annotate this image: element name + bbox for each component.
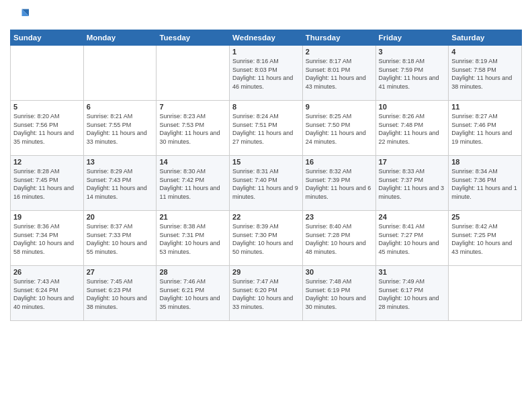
calendar-cell: 30Sunrise: 7:48 AM Sunset: 6:19 PM Dayli… [302,266,375,321]
day-info: Sunrise: 8:30 AM Sunset: 7:42 PM Dayligh… [159,167,226,201]
calendar-cell: 23Sunrise: 8:40 AM Sunset: 7:28 PM Dayli… [302,211,375,266]
day-number: 28 [159,268,226,276]
header [10,7,522,26]
day-info: Sunrise: 8:32 AM Sunset: 7:39 PM Dayligh… [306,167,373,201]
day-info: Sunrise: 7:45 AM Sunset: 6:23 PM Dayligh… [87,277,154,311]
page: SundayMondayTuesdayWednesdayThursdayFrid… [0,0,532,411]
calendar-cell [83,46,157,101]
header-day-tuesday: Tuesday [157,30,230,46]
day-number: 13 [87,158,154,166]
header-day-sunday: Sunday [11,30,84,46]
calendar-cell: 10Sunrise: 8:26 AM Sunset: 7:48 PM Dayli… [375,101,449,156]
week-row-3: 12Sunrise: 8:28 AM Sunset: 7:45 PM Dayli… [11,156,522,211]
day-info: Sunrise: 8:23 AM Sunset: 7:53 PM Dayligh… [159,112,226,146]
calendar-cell: 15Sunrise: 8:31 AM Sunset: 7:40 PM Dayli… [230,156,303,211]
day-number: 29 [232,268,300,276]
calendar-cell [11,46,84,101]
week-row-5: 26Sunrise: 7:43 AM Sunset: 6:24 PM Dayli… [11,266,522,321]
calendar-cell: 6Sunrise: 8:21 AM Sunset: 7:55 PM Daylig… [83,101,157,156]
day-info: Sunrise: 7:43 AM Sunset: 6:24 PM Dayligh… [13,277,81,311]
week-row-1: 1Sunrise: 8:16 AM Sunset: 8:03 PM Daylig… [11,46,522,101]
day-number: 24 [379,213,446,221]
day-number: 10 [379,103,446,111]
day-info: Sunrise: 8:26 AM Sunset: 7:48 PM Dayligh… [379,112,446,146]
day-number: 21 [159,213,226,221]
calendar-cell: 11Sunrise: 8:27 AM Sunset: 7:46 PM Dayli… [449,101,522,156]
day-info: Sunrise: 8:36 AM Sunset: 7:34 PM Dayligh… [13,222,81,256]
day-number: 18 [451,158,519,166]
day-number: 30 [306,268,373,276]
day-number: 14 [159,158,226,166]
day-number: 25 [451,213,519,221]
calendar-cell: 17Sunrise: 8:33 AM Sunset: 7:37 PM Dayli… [375,156,449,211]
calendar-cell: 2Sunrise: 8:17 AM Sunset: 8:01 PM Daylig… [302,46,375,101]
day-number: 23 [306,213,373,221]
day-info: Sunrise: 7:49 AM Sunset: 6:17 PM Dayligh… [379,277,446,311]
day-info: Sunrise: 8:28 AM Sunset: 7:45 PM Dayligh… [13,167,81,201]
day-info: Sunrise: 8:24 AM Sunset: 7:51 PM Dayligh… [232,112,300,146]
calendar-cell: 5Sunrise: 8:20 AM Sunset: 7:56 PM Daylig… [11,101,84,156]
day-number: 2 [306,48,373,56]
calendar-cell: 7Sunrise: 8:23 AM Sunset: 7:53 PM Daylig… [157,101,230,156]
calendar-cell: 28Sunrise: 7:46 AM Sunset: 6:21 PM Dayli… [157,266,230,321]
day-number: 22 [232,213,300,221]
day-number: 15 [232,158,300,166]
day-info: Sunrise: 8:21 AM Sunset: 7:55 PM Dayligh… [87,112,154,146]
day-number: 4 [451,48,519,56]
calendar-cell: 16Sunrise: 8:32 AM Sunset: 7:39 PM Dayli… [302,156,375,211]
day-info: Sunrise: 7:47 AM Sunset: 6:20 PM Dayligh… [232,277,300,311]
day-info: Sunrise: 8:34 AM Sunset: 7:36 PM Dayligh… [451,167,519,201]
day-info: Sunrise: 8:42 AM Sunset: 7:25 PM Dayligh… [451,222,519,256]
calendar-cell: 1Sunrise: 8:16 AM Sunset: 8:03 PM Daylig… [230,46,303,101]
day-info: Sunrise: 8:29 AM Sunset: 7:43 PM Dayligh… [87,167,154,201]
day-info: Sunrise: 8:17 AM Sunset: 8:01 PM Dayligh… [306,57,373,91]
day-info: Sunrise: 8:33 AM Sunset: 7:37 PM Dayligh… [379,167,446,201]
header-day-monday: Monday [83,30,157,46]
header-day-thursday: Thursday [302,30,375,46]
day-number: 11 [451,103,519,111]
calendar-cell: 4Sunrise: 8:19 AM Sunset: 7:58 PM Daylig… [449,46,522,101]
day-number: 8 [232,103,300,111]
day-info: Sunrise: 8:16 AM Sunset: 8:03 PM Dayligh… [232,57,300,91]
day-number: 16 [306,158,373,166]
day-number: 1 [232,48,300,56]
day-number: 31 [379,268,446,276]
day-info: Sunrise: 8:41 AM Sunset: 7:27 PM Dayligh… [379,222,446,256]
day-info: Sunrise: 8:18 AM Sunset: 7:59 PM Dayligh… [379,57,446,91]
day-info: Sunrise: 8:19 AM Sunset: 7:58 PM Dayligh… [451,57,519,91]
calendar-cell [157,46,230,101]
day-number: 3 [379,48,446,56]
day-info: Sunrise: 7:46 AM Sunset: 6:21 PM Dayligh… [159,277,226,311]
header-day-friday: Friday [375,30,449,46]
header-day-wednesday: Wednesday [230,30,303,46]
calendar-cell: 26Sunrise: 7:43 AM Sunset: 6:24 PM Dayli… [11,266,84,321]
day-number: 20 [87,213,154,221]
calendar-cell [449,266,522,321]
calendar-cell: 19Sunrise: 8:36 AM Sunset: 7:34 PM Dayli… [11,211,84,266]
calendar-cell: 9Sunrise: 8:25 AM Sunset: 7:50 PM Daylig… [302,101,375,156]
day-number: 26 [13,268,81,276]
day-number: 6 [87,103,154,111]
calendar-cell: 20Sunrise: 8:37 AM Sunset: 7:33 PM Dayli… [83,211,157,266]
day-info: Sunrise: 8:39 AM Sunset: 7:30 PM Dayligh… [232,222,300,256]
day-number: 27 [87,268,154,276]
day-info: Sunrise: 8:40 AM Sunset: 7:28 PM Dayligh… [306,222,373,256]
calendar-cell: 12Sunrise: 8:28 AM Sunset: 7:45 PM Dayli… [11,156,84,211]
day-number: 17 [379,158,446,166]
day-info: Sunrise: 8:31 AM Sunset: 7:40 PM Dayligh… [232,167,300,201]
week-row-4: 19Sunrise: 8:36 AM Sunset: 7:34 PM Dayli… [11,211,522,266]
day-info: Sunrise: 7:48 AM Sunset: 6:19 PM Dayligh… [306,277,373,311]
day-info: Sunrise: 8:27 AM Sunset: 7:46 PM Dayligh… [451,112,519,146]
day-info: Sunrise: 8:20 AM Sunset: 7:56 PM Dayligh… [13,112,81,146]
day-info: Sunrise: 8:37 AM Sunset: 7:33 PM Dayligh… [87,222,154,256]
day-number: 19 [13,213,81,221]
calendar-cell: 18Sunrise: 8:34 AM Sunset: 7:36 PM Dayli… [449,156,522,211]
week-row-2: 5Sunrise: 8:20 AM Sunset: 7:56 PM Daylig… [11,101,522,156]
day-number: 7 [159,103,226,111]
calendar-cell: 8Sunrise: 8:24 AM Sunset: 7:51 PM Daylig… [230,101,303,156]
day-number: 9 [306,103,373,111]
calendar-cell: 29Sunrise: 7:47 AM Sunset: 6:20 PM Dayli… [230,266,303,321]
day-info: Sunrise: 8:38 AM Sunset: 7:31 PM Dayligh… [159,222,226,256]
calendar-cell: 14Sunrise: 8:30 AM Sunset: 7:42 PM Dayli… [157,156,230,211]
calendar-cell: 21Sunrise: 8:38 AM Sunset: 7:31 PM Dayli… [157,211,230,266]
